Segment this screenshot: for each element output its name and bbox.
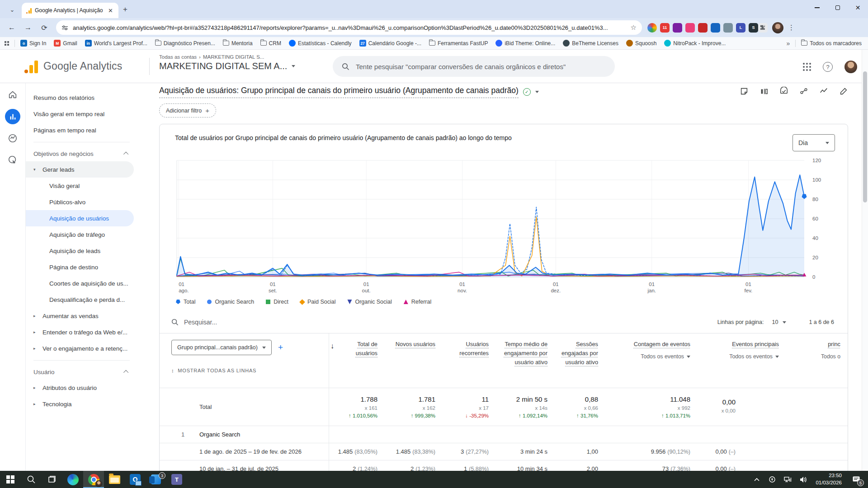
dimension-selector[interactable]: Grupo principal...canais padrão) [171, 340, 272, 355]
page-scrollbar[interactable] [862, 50, 868, 471]
tray-app-button[interactable] [766, 471, 778, 488]
sidebar-item-entender-o-tr-fego-da-web-e-[interactable]: ▸Entender o tráfego da Web e/... [26, 324, 137, 340]
help-icon[interactable]: ? [823, 62, 833, 72]
report-title[interactable]: Aquisição de usuários: Grupo principal d… [159, 86, 519, 98]
sidebar-item-p-gina-de-destino[interactable]: Página de destino [26, 259, 134, 275]
column-subfilter[interactable]: Todos os eventos [697, 352, 779, 361]
tab-search-button[interactable]: ⌄ [5, 3, 19, 16]
bookmark-item[interactable]: Mentoria [223, 40, 253, 47]
chart-interval-select[interactable]: Dia [793, 134, 835, 151]
bookmark-item[interactable]: Diagnóstico Presen... [155, 40, 215, 47]
sidebar-item-tecnologia[interactable]: ▸Tecnologia [26, 396, 137, 412]
bookmark-item[interactable]: CRM [260, 40, 281, 47]
sidebar-item-coortes-de-aquisi-o-de-us-[interactable]: Coortes de aquisição de us... [26, 275, 134, 291]
window-minimize-button[interactable] [807, 0, 827, 15]
bookmark-item[interactable]: iBid Theme: Online... [495, 40, 555, 47]
column-subfilter[interactable]: Todos os eventos [604, 352, 690, 361]
sort-descending-icon[interactable]: ↓ [330, 341, 334, 352]
bookmark-item[interactable]: BeTheme Licenses [563, 40, 618, 47]
sidebar-item-aquisi-o-de-leads[interactable]: Aquisição de leads [26, 243, 134, 259]
rail-reports-button[interactable] [5, 109, 20, 124]
reload-button[interactable]: ⟳ [38, 21, 51, 34]
chevron-down-icon[interactable] [535, 91, 539, 93]
column-header-1[interactable]: ↓Total de usuários [329, 333, 384, 388]
bookmark-item[interactable]: Ferramentas FastUP [429, 40, 488, 47]
extension-pink-icon[interactable] [685, 23, 695, 33]
apps-shortcut-icon[interactable] [5, 41, 9, 46]
bar-chart-icon[interactable] [760, 87, 769, 96]
extension-purple-icon[interactable] [673, 23, 682, 33]
network-button[interactable] [781, 471, 794, 488]
extension-blue-icon[interactable] [711, 23, 720, 33]
outlook-taskbar-button[interactable]: O [125, 471, 146, 488]
column-header-7[interactable]: Eventos principaisTodos os eventos [697, 333, 785, 388]
extension-dark-s-icon[interactable]: S [749, 23, 758, 33]
insights-icon[interactable] [779, 87, 788, 96]
extension-indigo-l-icon[interactable]: L [736, 23, 745, 33]
add-dimension-button[interactable]: + [278, 343, 283, 352]
window-close-button[interactable]: ✕ [848, 0, 868, 15]
bookmark-item[interactable]: MGmail [54, 40, 77, 47]
bookmark-item[interactable]: Estatísticas - Calendly [289, 40, 352, 47]
edge-taskbar-button[interactable] [62, 471, 83, 488]
column-header-6[interactable]: Contagem de eventosTodos os eventos [604, 333, 697, 388]
scrollbar-thumb[interactable] [863, 71, 867, 202]
browser-profile-avatar[interactable] [772, 22, 783, 33]
timeseries-chart[interactable]: 02040608010012001ago.01set.01out.01nov.0… [175, 156, 835, 297]
column-header-2[interactable]: Novos usuários [384, 333, 442, 388]
window-maximize-button[interactable] [827, 0, 848, 15]
bookmark-item[interactable]: 27Calendário Google -... [359, 40, 421, 47]
sidebar-item-p-blicos-alvo[interactable]: Públicos-alvo [26, 194, 134, 210]
extension-gray-icon[interactable] [723, 23, 733, 33]
google-apps-grid-icon[interactable] [803, 63, 811, 71]
volume-button[interactable] [797, 471, 809, 488]
sidebar-section-usu-rio[interactable]: Usuário [26, 364, 137, 380]
sidebar-item-atributos-do-usu-rio[interactable]: ▸Atributos do usuário [26, 380, 137, 396]
ga-search-input[interactable]: Tente pesquisar "comparar conversões de … [333, 56, 615, 77]
start-button[interactable] [0, 471, 21, 488]
table-search-input[interactable]: Pesquisar... [171, 319, 717, 326]
teams-taskbar-button[interactable]: T [166, 471, 187, 488]
sidebar-item-ver-o-engajamento-e-a-reten-[interactable]: ▸Ver o engajamento e a retenç... [26, 340, 137, 357]
chevron-down-icon[interactable] [783, 321, 786, 324]
taskbar-clock[interactable]: 23:50 01/03/2026 [812, 472, 845, 486]
column-subfilter[interactable]: Todos o [785, 352, 840, 361]
data-quality-check-icon[interactable]: ✓ [523, 88, 531, 96]
sidebar-item-gerar-leads[interactable]: ▾Gerar leads [26, 161, 134, 178]
rail-home-button[interactable] [3, 85, 23, 105]
sidebar-item-p-ginas-em-tempo-real[interactable]: Páginas em tempo real [26, 122, 137, 138]
bookmark-star-icon[interactable]: ☆ [631, 23, 637, 32]
address-bar[interactable]: analytics.google.com/analytics/web/?hl=p… [56, 20, 642, 35]
sidebar-item-aquisi-o-de-tr-fego[interactable]: Aquisição de tráfego [26, 226, 134, 243]
sidebar-section-objetivos-de-neg-cios[interactable]: Objetivos de negócios [26, 146, 137, 161]
task-view-button[interactable] [42, 471, 62, 488]
windows-app-button[interactable]: 3 [146, 471, 166, 488]
notification-center-button[interactable]: 5 [848, 471, 864, 488]
taskbar-search-button[interactable] [21, 471, 42, 488]
browser-menu-kebab-icon[interactable]: ⋮ [788, 23, 795, 32]
property-selector[interactable]: MARKETING DIGITAL SEM A... [159, 61, 295, 71]
extension-crimson-icon[interactable] [698, 23, 708, 33]
extension-colorwheel-icon[interactable] [647, 23, 657, 33]
column-header-4[interactable]: Tempo médio de engajamento por usuário a… [495, 333, 554, 388]
tab-close-icon[interactable]: ✕ [106, 7, 115, 14]
column-header-8[interactable]: princTodos o [785, 333, 848, 388]
forward-button[interactable]: → [21, 21, 35, 34]
new-tab-button[interactable]: + [123, 5, 127, 14]
breadcrumb[interactable]: Todas as contas › MARKETING DIGITAL S... [159, 54, 295, 60]
table-row[interactable]: 1 de ago. de 2025 – 19 de fev. de 20261.… [160, 443, 848, 460]
all-bookmarks-button[interactable]: Todos os marcadores [801, 40, 862, 47]
browser-tab[interactable]: Google Analytics | Aquisição de ✕ [22, 3, 118, 18]
add-filter-button[interactable]: Adicionar filtro + [159, 103, 216, 117]
rail-advertising-button[interactable] [3, 150, 23, 170]
column-header-3[interactable]: Usuários recorrentes [442, 333, 495, 388]
sidebar-item-desqualifica-o-e-perda-d-[interactable]: Desqualificação e perda d... [26, 291, 134, 308]
sparkline-icon[interactable] [819, 87, 828, 96]
bookmark-item[interactable]: NitroPack - Improve... [664, 40, 726, 47]
bookmarks-overflow-button[interactable]: » [786, 40, 790, 47]
bookmark-item[interactable]: Squoosh [626, 40, 656, 47]
back-button[interactable]: ← [5, 21, 19, 34]
rail-explore-button[interactable] [3, 128, 23, 148]
sidebar-item-vis-o-geral[interactable]: Visão geral [26, 178, 134, 194]
bookmark-item[interactable]: oSign In [20, 40, 46, 47]
